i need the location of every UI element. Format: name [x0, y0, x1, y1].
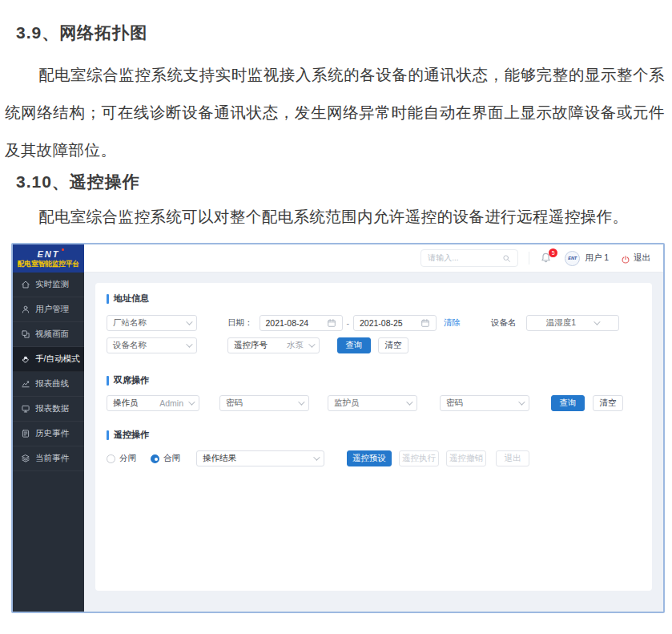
operator-select[interactable]: 操作员 Admin: [107, 395, 199, 411]
date-label: 日期：: [227, 317, 253, 329]
section-heading-3-9: 3.9、网络拓扑图: [16, 22, 147, 44]
calendar-icon[interactable]: [421, 318, 430, 328]
video-icon: [21, 329, 30, 339]
layers-icon: [21, 454, 30, 463]
logout-button[interactable]: [621, 253, 630, 263]
form-card: 地址信息 厂站名称 日期： 2021-08-24 -: [95, 283, 652, 591]
address-section-title: 地址信息: [107, 293, 641, 305]
sidebar-item-users[interactable]: 用户管理: [13, 297, 84, 322]
chevron-down-icon: [406, 398, 412, 405]
address-row-1: 厂站名称 日期： 2021-08-24 - 2021-08-25: [107, 315, 641, 331]
guardian-select[interactable]: 监护员: [328, 395, 417, 411]
station-name-select[interactable]: 厂站名称: [107, 315, 197, 331]
section-bar: [107, 430, 109, 440]
sidebar-item-label: 实时监测: [35, 279, 69, 290]
clear-dates-link[interactable]: 清除: [444, 317, 461, 329]
operator-label: 操作员: [113, 398, 159, 409]
password1-value: 密码: [226, 398, 298, 409]
chevron-down-icon: [594, 318, 600, 325]
username-label: 用户 1: [585, 252, 609, 264]
calendar-icon[interactable]: [327, 318, 336, 328]
dual-row: 操作员 Admin 密码 监护员 密码: [107, 395, 641, 411]
remote-serial-value: 水泵: [287, 340, 304, 351]
sidebar-item-history-events[interactable]: 历史事件: [13, 422, 84, 446]
address-query-button[interactable]: 查询: [337, 337, 371, 353]
section-title-text: 双席操作: [114, 374, 149, 386]
logout-label[interactable]: 退出: [634, 252, 650, 264]
device-name-label: 设备名: [491, 317, 517, 329]
dual-query-button[interactable]: 查询: [551, 395, 585, 411]
sidebar-item-label: 视频画面: [35, 329, 69, 340]
main-area: 请输入... 5 ENT 用户 1 退出: [84, 244, 663, 612]
address-empty-button[interactable]: 清空: [378, 337, 408, 353]
sidebar-item-report-curve[interactable]: 报表曲线: [13, 372, 84, 397]
station-name-value: 厂站名称: [113, 317, 186, 329]
radio-close-label: 合闸: [163, 453, 180, 464]
search-placeholder: 请输入...: [428, 252, 458, 264]
remote-serial-select[interactable]: 遥控序号 水泵: [227, 337, 320, 353]
remote-execute-button[interactable]: 遥控执行: [399, 450, 439, 466]
date-to-input[interactable]: 2021-08-25: [353, 315, 437, 331]
history-icon: [21, 429, 30, 438]
password2-value: 密码: [446, 398, 518, 409]
sidebar-item-label: 手/自动模式: [35, 353, 79, 365]
sidebar: ENT 配电室智能监控平台 实时监测 用户管理 视频画面 手/自动模式: [13, 244, 84, 612]
radio-close-switch[interactable]: 合闸: [151, 453, 180, 464]
radio-open-label: 分闸: [119, 453, 136, 464]
operator-value: Admin: [159, 398, 183, 408]
app-screenshot: ENT 配电室智能监控平台 实时监测 用户管理 视频画面 手/自动模式: [11, 243, 665, 613]
radio-open-switch[interactable]: 分闸: [107, 453, 136, 464]
remote-exit-button[interactable]: 退出: [496, 450, 529, 466]
guardian-value: 监护员: [334, 398, 406, 409]
section-title-text: 遥控操作: [114, 429, 149, 441]
date-range-separator: -: [347, 318, 350, 328]
content-area: 地址信息 厂站名称 日期： 2021-08-24 -: [84, 273, 663, 612]
remote-section-title: 遥控操作: [107, 429, 641, 441]
section-bar: [107, 376, 109, 386]
avatar[interactable]: ENT: [565, 251, 580, 266]
sidebar-item-label: 历史事件: [35, 428, 69, 439]
section-heading-3-10: 3.10、遥控操作: [16, 171, 140, 193]
sidebar-item-realtime[interactable]: 实时监测: [13, 273, 84, 297]
device-name-select[interactable]: 设备名称: [107, 337, 197, 353]
password1-select[interactable]: 密码: [219, 395, 309, 411]
sidebar-item-label: 报表曲线: [35, 378, 69, 390]
date-from-input[interactable]: 2021-08-24: [260, 315, 343, 331]
remote-row: 分闸 合闸 操作结果 遥控预设 遥控执行 遥控撤销 退出: [107, 450, 641, 466]
sidebar-item-video[interactable]: 视频画面: [13, 322, 84, 347]
top-bar: 请输入... 5 ENT 用户 1 退出: [84, 244, 663, 273]
remote-preset-button[interactable]: 遥控预设: [347, 450, 392, 466]
app-title: 配电室智能监控平台: [18, 259, 79, 269]
section-bar: [107, 294, 109, 304]
chart-icon: [21, 379, 30, 389]
chevron-down-icon: [313, 454, 320, 460]
password2-select[interactable]: 密码: [440, 395, 529, 411]
chevron-down-icon: [186, 341, 192, 347]
address-row-2: 设备名称 遥控序号 水泵 查询 清空: [107, 337, 641, 353]
home-icon: [21, 280, 30, 289]
sidebar-item-label: 用户管理: [35, 304, 69, 315]
section-paragraph-3-9: 配电室综合监控系统支持实时监视接入系统的各设备的通讯状态，能够完整的显示整个系统…: [5, 56, 665, 169]
operation-result-select[interactable]: 操作结果: [196, 450, 324, 466]
brand-logo: ENT: [38, 249, 60, 259]
remote-serial-label: 遥控序号: [234, 340, 287, 351]
radio-circle-icon: [107, 454, 115, 463]
radio-circle-checked-icon: [151, 454, 159, 463]
section-title-text: 地址信息: [114, 293, 149, 305]
report-icon: [21, 404, 30, 414]
notifications-button[interactable]: 5: [540, 252, 553, 265]
search-input[interactable]: 请输入...: [421, 249, 518, 267]
chevron-down-icon: [518, 398, 525, 405]
date-from-value: 2021-08-24: [266, 318, 327, 328]
remote-revoke-button[interactable]: 遥控撤销: [446, 450, 486, 466]
device-select-value: 温湿度1: [546, 317, 576, 329]
section-paragraph-3-10: 配电室综合监控系统可以对整个配电系统范围内允许遥控的设备进行远程遥控操作。: [5, 198, 665, 236]
sidebar-item-report-data[interactable]: 报表数据: [13, 397, 84, 422]
dual-empty-button[interactable]: 清空: [593, 395, 623, 411]
power-icon: [621, 255, 630, 265]
hand-icon: [21, 354, 30, 364]
sidebar-item-current-events[interactable]: 当前事件: [13, 446, 84, 471]
sidebar-item-manual-auto-mode[interactable]: 手/自动模式: [13, 347, 84, 372]
chevron-down-icon: [298, 398, 304, 405]
device-select[interactable]: 温湿度1: [526, 315, 619, 331]
